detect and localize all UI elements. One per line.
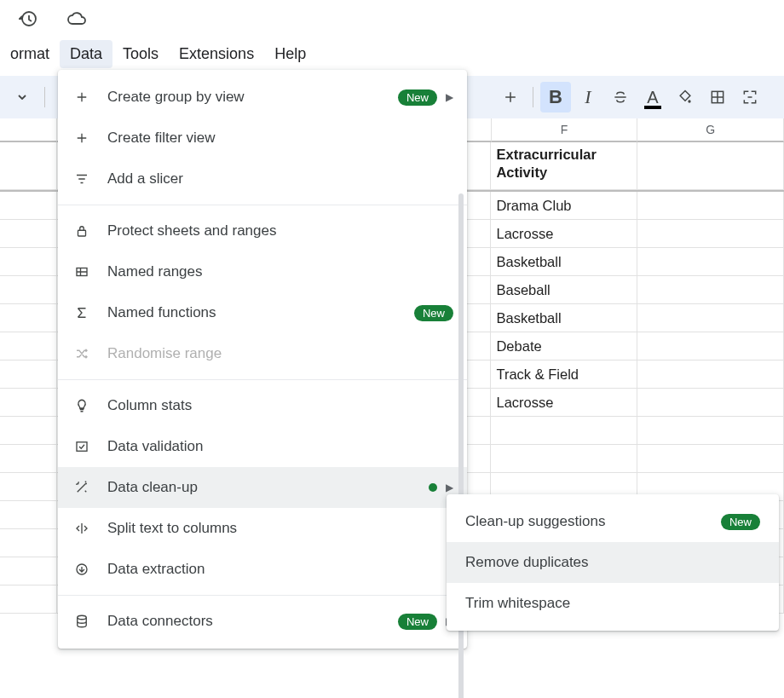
row-number[interactable] [0,332,57,361]
menu-tools[interactable]: Tools [112,40,169,68]
row-number[interactable] [0,445,57,473]
cell[interactable] [637,389,784,417]
cell[interactable] [637,276,784,304]
svg-rect-3 [78,230,86,236]
submenu-cleanup-suggestions[interactable]: Clean-up suggestions New [447,501,779,542]
cell-f-header[interactable]: Extracurricular Activity [491,142,637,190]
svg-point-7 [78,615,87,620]
menu-data-validation[interactable]: Data validation [58,426,467,467]
cell[interactable] [637,220,784,248]
cell[interactable] [637,332,784,361]
cell[interactable] [491,417,637,445]
row-number[interactable] [0,304,57,332]
bold-button[interactable]: B [540,82,571,112]
slicer-icon [72,169,92,189]
cell[interactable]: Debate [491,332,637,361]
cell[interactable] [637,248,784,276]
cell[interactable]: Lacrosse [491,220,637,248]
row-number[interactable] [0,276,57,304]
named-ranges-icon [72,262,92,282]
split-icon [72,518,92,539]
menu-label: Create group by view [107,89,383,106]
lock-icon [72,221,92,241]
row-number[interactable] [0,557,57,586]
italic-button[interactable]: I [573,82,603,112]
menu-named-ranges[interactable]: Named ranges [58,251,467,292]
title-bar-icons [0,0,784,40]
cell[interactable] [637,304,784,332]
new-badge: New [414,305,453,321]
magic-wand-icon [72,477,92,498]
menu-create-group-by-view[interactable]: Create group by view New▶ [58,77,467,118]
menu-label: Randomise range [107,345,453,362]
merge-cells-button[interactable] [735,82,765,112]
row-number[interactable] [0,361,57,389]
menu-data[interactable]: Data [60,40,112,68]
menu-separator [58,379,467,380]
menu-protect-sheets[interactable]: Protect sheets and ranges [58,211,467,251]
new-badge: New [398,614,437,630]
cell-g-header[interactable] [637,142,784,190]
menu-named-functions[interactable]: Named functions New [58,292,467,333]
svg-rect-5 [77,442,87,452]
menu-label: Data connectors [107,613,383,630]
zoom-dropdown[interactable] [7,82,37,112]
row-number[interactable] [0,501,57,529]
row-number[interactable] [0,473,57,501]
menu-label: Clean-up suggestions [465,513,706,530]
cell[interactable]: Baseball [491,276,637,304]
extract-icon [72,559,92,580]
row-number[interactable] [0,142,57,190]
cell[interactable]: Basketball [491,304,637,332]
data-cleanup-submenu: Clean-up suggestions New Remove duplicat… [447,494,779,631]
menu-separator [58,595,467,596]
row-number[interactable] [0,529,57,557]
cell[interactable]: Basketball [491,248,637,276]
menu-data-connectors[interactable]: Data connectors New▶ [58,601,467,642]
version-history-icon[interactable] [19,9,39,32]
text-color-button[interactable]: A [637,82,668,112]
row-number[interactable] [0,248,57,276]
menu-extensions[interactable]: Extensions [169,40,264,68]
data-menu-dropdown: Create group by view New▶ Create filter … [58,70,467,649]
toolbar-separator [44,87,45,107]
cell[interactable]: Track & Field [491,361,637,389]
row-number[interactable] [0,586,57,614]
menu-create-filter-view[interactable]: Create filter view [58,118,467,159]
row-number[interactable] [0,417,57,445]
cell[interactable] [491,445,637,473]
indicator-dot-icon [429,483,437,492]
lightbulb-icon [72,395,92,416]
borders-button[interactable] [702,82,733,112]
menu-label: Data clean-up [107,479,413,496]
insert-link-button[interactable] [495,82,526,112]
menu-label: Trim whitespace [465,595,760,612]
menu-column-stats[interactable]: Column stats [58,385,467,426]
submenu-trim-whitespace[interactable]: Trim whitespace [447,583,779,624]
cell[interactable]: Lacrosse [491,389,637,417]
row-number[interactable] [0,220,57,248]
cell[interactable] [637,445,784,473]
cell[interactable] [637,417,784,445]
row-header-corner[interactable] [0,118,57,142]
menu-format[interactable]: ormat [0,40,60,68]
shuffle-icon [72,343,92,364]
fill-color-button[interactable] [670,82,700,112]
cloud-saved-icon[interactable] [66,9,87,32]
menu-data-extraction[interactable]: Data extraction [58,549,467,590]
menu-separator [58,205,467,205]
column-header-g[interactable]: G [637,118,784,142]
cell[interactable] [637,361,784,389]
menu-help[interactable]: Help [264,40,316,68]
plus-icon [72,128,92,148]
menu-add-slicer[interactable]: Add a slicer [58,159,467,199]
menu-data-cleanup[interactable]: Data clean-up ▶ [58,467,467,508]
column-header-f[interactable]: F [492,118,638,142]
cell[interactable]: Drama Club [491,192,637,220]
strikethrough-button[interactable] [605,82,636,112]
submenu-remove-duplicates[interactable]: Remove duplicates [447,542,779,583]
row-number[interactable] [0,192,57,220]
cell[interactable] [637,192,784,220]
menu-split-text[interactable]: Split text to columns [58,508,467,549]
row-number[interactable] [0,389,57,417]
